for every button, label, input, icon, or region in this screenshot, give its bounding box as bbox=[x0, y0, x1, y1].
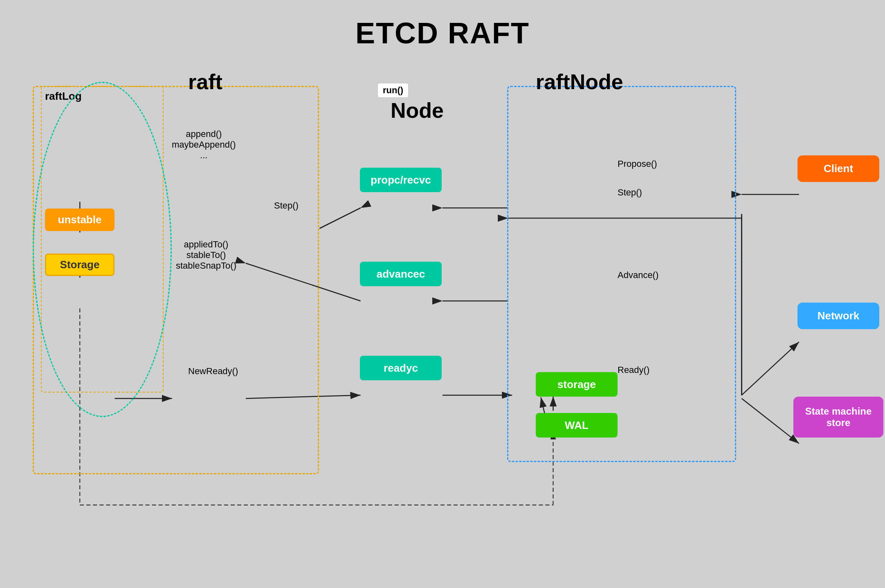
node-ellipse bbox=[33, 82, 172, 417]
node-label: Node bbox=[376, 98, 458, 123]
appliedto-label: appliedTo() stableTo() stableSnapTo() bbox=[176, 239, 236, 271]
svg-line-3 bbox=[319, 208, 360, 228]
network-box: Network bbox=[797, 303, 879, 329]
raft-label: raft bbox=[188, 70, 222, 94]
step-left-label: Step() bbox=[274, 200, 299, 211]
advancec-box: advancec bbox=[360, 262, 442, 286]
svg-line-2 bbox=[319, 208, 360, 228]
client-box: Client bbox=[797, 155, 879, 182]
svg-line-17 bbox=[741, 398, 799, 443]
raftnode-label: raftNode bbox=[536, 70, 623, 94]
append-label: append() maybeAppend() ... bbox=[172, 129, 236, 161]
step-right-label: Step() bbox=[618, 187, 642, 198]
page-title: ETCD RAFT bbox=[0, 0, 885, 50]
storage2-box: storage bbox=[536, 372, 618, 397]
propc-box: propc/recvc bbox=[360, 168, 442, 192]
statemachine-box: State machine store bbox=[793, 397, 883, 438]
readyc-box: readyc bbox=[360, 356, 442, 380]
newready-label: NewReady() bbox=[188, 366, 238, 377]
propose-label: Propose() bbox=[618, 159, 657, 169]
wal-box: WAL bbox=[536, 413, 618, 438]
run-label: run() bbox=[377, 83, 409, 98]
ready-label: Ready() bbox=[618, 365, 649, 375]
advance-label: Advance() bbox=[618, 270, 658, 281]
svg-line-16 bbox=[741, 342, 799, 395]
